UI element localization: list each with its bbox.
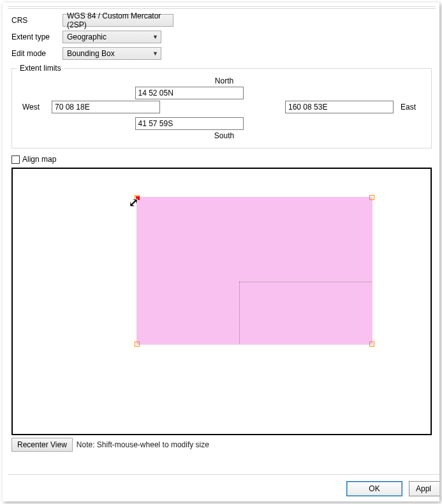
extent-type-dropdown[interactable]: Geographic ▼ — [63, 31, 161, 43]
align-map-row: Align map — [11, 155, 432, 164]
extent-limits-group: Extent limits North West East South — [11, 64, 432, 148]
dialog-window: CRS WGS 84 / Custom Mercator (2SP) Exten… — [3, 3, 439, 501]
resize-cursor-icon: ⤢ — [129, 198, 138, 207]
edit-mode-value: Bounding Box — [67, 49, 115, 58]
content-panel: CRS WGS 84 / Custom Mercator (2SP) Exten… — [8, 6, 436, 471]
extent-rectangle[interactable] — [136, 197, 372, 345]
extent-compass: North West East South — [17, 76, 426, 140]
apply-button[interactable]: Appl — [409, 481, 439, 496]
chevron-down-icon: ▼ — [152, 34, 158, 40]
align-map-label: Align map — [22, 155, 56, 164]
edit-mode-dropdown[interactable]: Bounding Box ▼ — [63, 47, 161, 60]
align-map-checkbox[interactable] — [11, 155, 20, 164]
edit-mode-label: Edit mode — [11, 49, 63, 58]
north-input[interactable] — [135, 87, 244, 99]
extent-type-row: Extent type Geographic ▼ — [11, 31, 432, 43]
recenter-view-button[interactable]: Recenter View — [11, 438, 73, 452]
west-label: West — [22, 103, 40, 112]
edit-mode-row: Edit mode Bounding Box ▼ — [11, 47, 432, 60]
resize-handle-bottom-left[interactable] — [135, 342, 140, 347]
extent-limits-legend: Extent limits — [17, 64, 64, 73]
ok-button[interactable]: OK — [346, 481, 402, 496]
chevron-down-icon: ▼ — [152, 50, 158, 57]
extent-type-label: Extent type — [11, 32, 63, 41]
dialog-footer: OK Appl — [8, 474, 439, 496]
north-label: North — [215, 76, 233, 85]
south-label: South — [214, 131, 234, 140]
map-preview-canvas[interactable]: ⤢ — [11, 168, 432, 435]
crs-row: CRS WGS 84 / Custom Mercator (2SP) — [11, 14, 432, 27]
west-input[interactable] — [52, 101, 160, 113]
crs-label: CRS — [11, 16, 63, 25]
crs-value: WGS 84 / Custom Mercator (2SP) — [67, 11, 170, 29]
resize-handle-top-right[interactable] — [369, 195, 374, 200]
east-label: East — [401, 103, 416, 112]
east-input[interactable] — [285, 101, 394, 113]
content-inner: CRS WGS 84 / Custom Mercator (2SP) Exten… — [8, 8, 436, 471]
extent-type-value: Geographic — [67, 32, 107, 41]
guide-rectangle — [239, 282, 372, 344]
hint-note: Note: Shift-mouse-wheel to modify size — [77, 440, 209, 449]
south-input[interactable] — [135, 117, 244, 130]
crs-dropdown[interactable]: WGS 84 / Custom Mercator (2SP) — [63, 14, 173, 27]
below-canvas-row: Recenter View Note: Shift-mouse-wheel to… — [11, 438, 432, 452]
